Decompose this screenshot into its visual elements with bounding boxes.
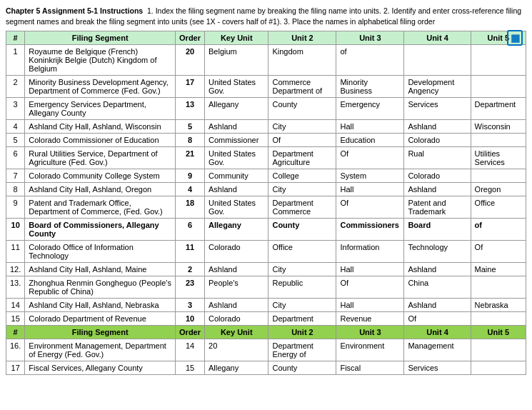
table-row: 12.Ashland City Hall, Ashland, Maine2Ash… <box>6 263 526 276</box>
mid-col-hash: # <box>6 326 25 339</box>
mid-col-order: Order <box>176 326 205 339</box>
mid-col-unit4: Unit 4 <box>404 326 471 339</box>
table-row: 7Colorado Community College System9Commu… <box>6 169 526 183</box>
table-row: 3Emergency Services Department, Allegany… <box>6 98 526 120</box>
instructions-text: Chapter 5 Assignment 5-1 Instructions 1.… <box>6 6 526 26</box>
table-body-2: 16.Environment Management, Department of… <box>6 339 526 375</box>
main-table-wrapper: # Filing Segment Order Key Unit Unit 2 U… <box>6 31 526 375</box>
table-row: 13.Zhonghua Renmin Gongheguo (People's R… <box>6 276 526 299</box>
table-row: 10Board of Commissioners, Allegany Count… <box>6 219 526 241</box>
mid-col-key-unit: Key Unit <box>205 326 268 339</box>
col-unit3: Unit 3 <box>336 31 404 45</box>
mid-header-row: # Filing Segment Order Key Unit Unit 2 U… <box>6 326 526 339</box>
table-row: 2Minority Business Development Agency, D… <box>6 76 526 98</box>
table-row: 14Ashland City Hall, Ashland, Nebraska3A… <box>6 299 526 312</box>
table-body: 1Royaume de Belgique (French) Koninkrijk… <box>6 45 526 326</box>
table-row: 9Patent and Trademark Office, Department… <box>6 196 526 219</box>
assignment-table: # Filing Segment Order Key Unit Unit 2 U… <box>6 31 526 375</box>
mid-header-tbody: # Filing Segment Order Key Unit Unit 2 U… <box>6 326 526 339</box>
col-unit2: Unit 2 <box>268 31 336 45</box>
col-unit4: Unit 4 <box>404 31 471 45</box>
mid-col-unit3: Unit 3 <box>336 326 404 339</box>
table-row: 16.Environment Management, Department of… <box>6 339 526 361</box>
table-row: 5Colorado Commissioner of Education8Comm… <box>6 134 526 147</box>
col-key-unit: Key Unit <box>205 31 268 45</box>
col-filing-segment: Filing Segment <box>25 31 176 45</box>
table-row: 4Ashland City Hall, Ashland, Wisconsin5A… <box>6 120 526 134</box>
table-row: 1Royaume de Belgique (French) Koninkrijk… <box>6 45 526 76</box>
mid-col-unit5: Unit 5 <box>471 326 526 339</box>
col-unit5: Unit 5 ▦ <box>471 31 526 45</box>
col-order: Order <box>176 31 205 45</box>
mid-col-unit2: Unit 2 <box>268 326 336 339</box>
table-row: 11Colorado Office of Information Technol… <box>6 241 526 263</box>
table-row: 8Ashland City Hall, Ashland, Oregon4Ashl… <box>6 183 526 196</box>
mid-col-filing-segment: Filing Segment <box>25 326 176 339</box>
col-hash: # <box>6 31 25 45</box>
scan-icon[interactable]: ▦ <box>507 30 523 46</box>
table-row: 17Fiscal Services, Allegany County15Alle… <box>6 361 526 375</box>
table-row: 6Rural Utilities Service, Department of … <box>6 147 526 169</box>
chapter-title: Chapter 5 Assignment 5-1 Instructions <box>6 6 143 15</box>
table-row: 15Colorado Department of Revenue10Colora… <box>6 312 526 326</box>
table-header-row: # Filing Segment Order Key Unit Unit 2 U… <box>6 31 526 45</box>
